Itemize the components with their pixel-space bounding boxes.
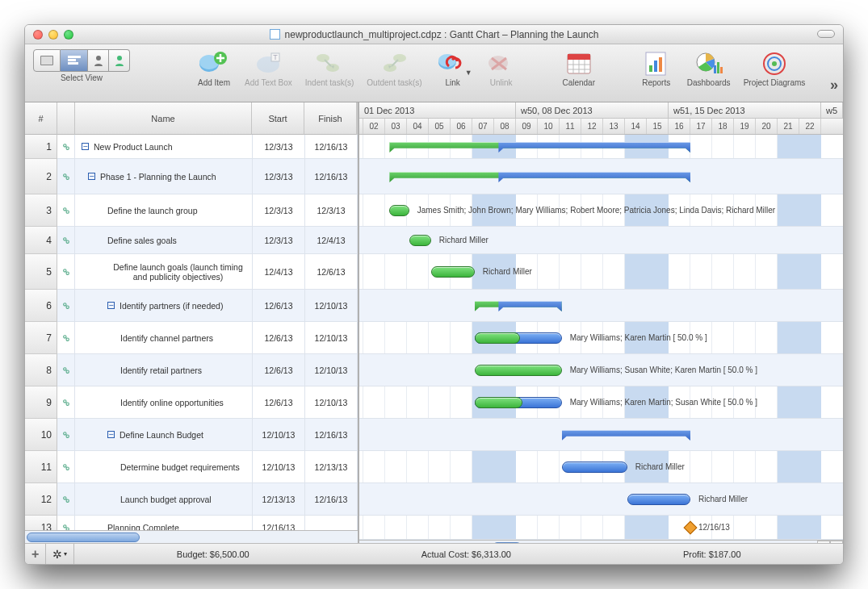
indent-tasks-button[interactable]: Indent task(s) — [305, 49, 354, 87]
collapse-icon[interactable]: − — [82, 143, 89, 150]
task-name-cell[interactable]: Planning Complete — [75, 516, 253, 530]
column-name[interactable]: Name — [75, 102, 252, 135]
close-window-button[interactable] — [33, 30, 43, 40]
table-row[interactable]: 9Identify online opportunities12/6/1312/… — [25, 386, 358, 419]
table-row[interactable]: 11Determine budget requirements12/10/131… — [25, 451, 358, 483]
task-name-cell[interactable]: −Define Launch Budget — [75, 419, 253, 450]
table-row[interactable]: 8Identify retail partners12/6/1312/10/13 — [25, 354, 358, 386]
dashboards-button[interactable]: Dashboards — [687, 49, 731, 87]
task-finish-cell[interactable]: 12/16/13 — [305, 483, 358, 515]
svg-line-61 — [65, 370, 66, 370]
task-start-cell[interactable]: 12/13/13 — [253, 483, 305, 515]
toolbar-toggle-button[interactable] — [817, 30, 835, 38]
project-diagrams-button[interactable]: Project Diagrams — [744, 49, 806, 87]
task-start-cell[interactable]: 12/6/13 — [253, 386, 305, 418]
task-name-cell[interactable]: Determine budget requirements — [75, 451, 253, 482]
task-finish-cell[interactable]: 12/10/13 — [305, 290, 358, 321]
profit-readout: Profit: $187.00 — [683, 549, 741, 559]
row-actions-button[interactable]: ✲▾ — [46, 544, 74, 564]
gantt-hscrollbar[interactable]: ◀ ▶ — [359, 540, 843, 543]
task-name-cell[interactable]: Define the launch group — [75, 194, 253, 226]
table-row[interactable]: 7Identify channel partners12/6/1312/10/1… — [25, 322, 358, 354]
task-name-cell[interactable]: Launch budget approval — [75, 483, 253, 515]
task-name-cell[interactable]: −Identify partners (if needed) — [75, 290, 253, 321]
gantt-bar[interactable] — [627, 494, 690, 505]
table-row[interactable]: 4Define sales goals12/3/1312/4/13 — [25, 227, 358, 254]
task-name-cell[interactable]: Define launch goals (launch timing and p… — [75, 254, 253, 289]
calendar-button[interactable]: Calendar — [561, 49, 597, 87]
task-start-cell[interactable]: 12/10/13 — [253, 419, 305, 450]
minimize-window-button[interactable] — [48, 30, 58, 40]
task-finish-cell[interactable]: 12/16/13 — [305, 135, 358, 158]
gantt-bar[interactable] — [475, 365, 562, 376]
task-finish-cell[interactable]: 12/3/13 — [305, 194, 358, 226]
task-start-cell[interactable]: 12/4/13 — [253, 254, 305, 289]
task-name-cell[interactable]: Identify online opportunities — [75, 386, 253, 418]
toolbar-overflow-icon[interactable]: » — [830, 77, 838, 94]
view-button-person2[interactable] — [109, 49, 130, 72]
task-start-cell[interactable]: 12/3/13 — [253, 135, 305, 158]
task-start-cell[interactable]: 12/3/13 — [253, 159, 305, 194]
gantt-bar[interactable] — [389, 205, 409, 216]
task-name-cell[interactable]: −Phase 1 - Planning the Launch — [75, 159, 253, 194]
link-button[interactable]: ▼ Link — [435, 49, 471, 87]
row-indicator-icon — [57, 516, 75, 530]
task-finish-cell[interactable]: 12/10/13 — [305, 386, 358, 418]
task-start-cell[interactable]: 12/6/13 — [253, 354, 305, 386]
task-start-cell[interactable]: 12/16/13 — [253, 516, 305, 530]
task-name-cell[interactable]: Define sales goals — [75, 227, 253, 253]
table-row[interactable]: 12Launch budget approval12/13/1312/16/13 — [25, 483, 358, 516]
svg-rect-29 — [654, 61, 657, 72]
add-item-button[interactable]: Add Item — [196, 49, 232, 87]
svg-point-38 — [63, 144, 65, 146]
task-finish-cell[interactable]: 12/16/13 — [305, 419, 358, 450]
column-start[interactable]: Start — [252, 102, 304, 135]
view-button-person1[interactable] — [88, 49, 109, 72]
gantt-bar[interactable] — [431, 266, 475, 278]
gantt-bar[interactable] — [562, 462, 627, 473]
task-start-cell[interactable]: 12/3/13 — [253, 227, 305, 253]
task-finish-cell[interactable]: 12/10/13 — [305, 354, 358, 386]
task-finish-cell[interactable]: 12/16/13 — [305, 159, 358, 194]
outdent-tasks-button[interactable]: Outdent task(s) — [367, 49, 421, 87]
task-name-cell[interactable]: Identify retail partners — [75, 354, 253, 386]
task-finish-cell[interactable]: 12/10/13 — [305, 322, 358, 353]
task-start-cell[interactable]: 12/10/13 — [253, 451, 305, 482]
table-row[interactable]: 3Define the launch group12/3/1312/3/13 — [25, 194, 358, 227]
svg-point-37 — [772, 61, 777, 66]
gantt-body[interactable]: James Smith; John Brown; Mary Williams; … — [359, 135, 843, 540]
task-finish-cell[interactable]: 12/4/13 — [305, 227, 358, 253]
table-hscrollbar[interactable] — [25, 530, 358, 543]
collapse-icon[interactable]: − — [88, 173, 95, 180]
task-finish-cell[interactable] — [305, 516, 358, 530]
table-row[interactable]: 10−Define Launch Budget12/10/1312/16/13 — [25, 419, 358, 451]
table-row[interactable]: 5Define launch goals (launch timing and … — [25, 254, 358, 290]
task-start-cell[interactable]: 12/3/13 — [253, 194, 305, 226]
task-name-cell[interactable]: Identify channel partners — [75, 322, 253, 353]
add-text-box-button[interactable]: T Add Text Box — [245, 49, 292, 87]
task-finish-cell[interactable]: 12/13/13 — [305, 451, 358, 482]
day-header: 08 — [494, 119, 516, 134]
gantt-bar[interactable] — [409, 235, 431, 246]
svg-line-73 — [65, 499, 66, 499]
table-row[interactable]: 2−Phase 1 - Planning the Launch12/3/1312… — [25, 159, 358, 194]
add-row-button[interactable]: + — [25, 544, 46, 564]
column-number[interactable]: # — [25, 102, 57, 135]
task-finish-cell[interactable]: 12/6/13 — [305, 254, 358, 289]
task-name-cell[interactable]: −New Product Launch — [75, 135, 253, 158]
zoom-window-button[interactable] — [64, 30, 73, 40]
task-start-cell[interactable]: 12/6/13 — [253, 322, 305, 353]
table-row[interactable]: 13Planning Complete12/16/13 — [25, 516, 358, 530]
column-finish[interactable]: Finish — [304, 102, 357, 135]
collapse-icon[interactable]: − — [107, 302, 115, 309]
view-button-list[interactable] — [33, 49, 61, 72]
task-start-cell[interactable]: 12/6/13 — [253, 290, 305, 321]
reports-button[interactable]: Reports — [639, 49, 674, 87]
svg-line-55 — [65, 305, 66, 306]
view-button-gantt[interactable] — [61, 49, 88, 72]
column-indicator[interactable] — [57, 102, 75, 135]
unlink-button[interactable]: Unlink — [484, 49, 519, 87]
table-row[interactable]: 6−Identify partners (if needed)12/6/1312… — [25, 290, 358, 322]
table-row[interactable]: 1−New Product Launch12/3/1312/16/13 — [25, 135, 358, 159]
collapse-icon[interactable]: − — [107, 431, 115, 438]
